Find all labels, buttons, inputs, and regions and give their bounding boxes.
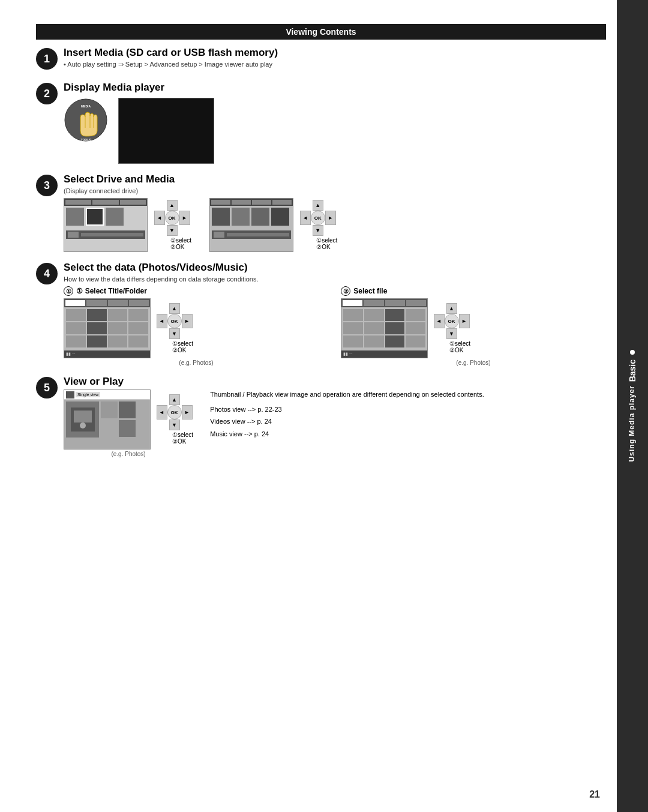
circle-1-icon: ① [64,286,73,296]
step-number-5: 5 [36,377,58,398]
step-4-screen-1: ▮▮ ··· [64,298,151,358]
step-4-screen-2: ▮▮ ··· [341,298,428,358]
step-1-subtitle: • Auto play setting ⇒ Setup > Advanced s… [64,61,606,68]
dpad-ok-3-icon[interactable]: OK [167,314,182,328]
dpad-up-4-icon[interactable]: ▲ [446,303,457,314]
dpad-ok-label-5: ②OK [172,438,193,445]
step-4-col2: ② Select file [341,286,606,366]
step-4-content: Select the data (Photos/Videos/Music) Ho… [64,262,606,366]
step-5-screen: Single view [64,389,151,450]
step-5: 5 View or Play Single view [36,376,606,457]
step-number-4: 4 [36,263,58,284]
dpad-down-icon[interactable]: ▼ [167,225,178,236]
dpad-select-label-4: ①select [449,340,470,347]
dpad-ok-4-icon[interactable]: OK [445,314,459,328]
step-3-title: Select Drive and Media [64,173,606,185]
view-tab-label: Single view [76,392,100,397]
step-2-screen [118,98,214,164]
dpad-ok-5-icon[interactable]: OK [167,405,182,420]
step-2-body: MEDIA TOOLS [64,95,606,164]
dpad-step3-right: ▲ ◄ OK ► ▼ ①select ②OK [298,200,337,250]
step-3-screen-left [64,198,148,252]
step-2: 2 Display Media player [36,82,606,164]
sidebar-dot [630,350,635,355]
dpad-ok-label-1: ②OK [170,244,191,250]
dpad-right-5-icon[interactable]: ► [182,405,193,420]
dpad-step3-left: ▲ ◄ OK ► ▼ ①select ②OK [152,200,191,250]
dpad-right-icon[interactable]: ► [179,211,190,225]
step-4-eg-2: (e.g. Photos) [341,359,606,366]
dpad-select-label-1: ①select [170,237,191,244]
dpad-left-4-icon[interactable]: ◄ [434,314,445,328]
dpad-right-2-icon[interactable]: ► [325,211,336,225]
main-content: Viewing Contents 1 Insert Media (SD card… [36,24,606,788]
svg-text:MEDIA: MEDIA [81,104,91,108]
step-2-title: Display Media player [64,82,606,94]
header-bar: Viewing Contents [36,24,606,40]
step-5-right: Thumbnail / Playback view image and oper… [205,389,606,441]
step-5-content: View or Play Single view [64,376,606,457]
page-wrapper: Basic Using Media player Viewing Content… [0,0,648,812]
step-5-caption4: Music view --> p. 24 [210,429,606,439]
page-number: 21 [589,789,600,800]
dpad-ok-label-4: ②OK [449,347,470,353]
step-3-screen-right [209,198,293,252]
dpad-ok-2-icon[interactable]: OK [311,211,325,225]
step-5-left: Single view [64,389,193,457]
sidebar-label-using: Using Media player [628,385,637,462]
header-title: Viewing Contents [286,27,356,37]
step-5-caption3: Videos view --> p. 24 [210,417,606,427]
dpad-right-3-icon[interactable]: ► [182,314,193,328]
dpad-ok-label-2: ②OK [316,244,337,250]
view-tab-icon [66,391,74,398]
step-4: 4 Select the data (Photos/Videos/Music) … [36,262,606,366]
sidebar-right: Basic Using Media player [617,0,648,812]
step-4-screen-1-footer: ▮▮ ··· [64,350,150,358]
dpad-up-3-icon[interactable]: ▲ [169,303,180,314]
dpad-up-5-icon[interactable]: ▲ [169,394,180,405]
dpad-left-2-icon[interactable]: ◄ [300,211,311,225]
dpad-down-2-icon[interactable]: ▼ [313,225,323,236]
step-2-content: Display Media player [64,82,606,164]
step-5-caption2: Photos view --> p. 22-23 [210,404,606,415]
step-4-eg-1: (e.g. Photos) [64,359,329,366]
step-number-3: 3 [36,175,58,196]
step-3: 3 Select Drive and Media (Display connec… [36,173,606,252]
dpad-select-label-3: ①select [172,340,193,347]
step-1: 1 Insert Media (SD card or USB flash mem… [36,47,606,72]
dpad-select-label-2: ①select [316,237,337,244]
step-1-content: Insert Media (SD card or USB flash memor… [64,47,606,72]
step-4-col1: ① ① Select Title/Folder [64,286,329,366]
dpad-left-5-icon[interactable]: ◄ [157,405,167,420]
sidebar-label-basic: Basic [628,359,637,382]
dpad-step5: ▲ ◄ OK ► ▼ ①select [155,394,193,445]
step-1-title: Insert Media (SD card or USB flash memor… [64,47,606,59]
dpad-down-4-icon[interactable]: ▼ [446,328,457,339]
step-3-subtitle: (Display connected drive) [64,187,606,194]
dpad-left-3-icon[interactable]: ◄ [157,314,167,328]
step-3-content: Select Drive and Media (Display connecte… [64,173,606,252]
step-5-eg: (e.g. Photos) [64,451,193,457]
step-4-screen-2-footer: ▮▮ ··· [341,350,427,358]
step-4-col2-label: ② Select file [341,286,606,296]
dpad-up-icon[interactable]: ▲ [167,200,178,211]
step-4-col1-label: ① ① Select Title/Folder [64,286,329,296]
dpad-down-3-icon[interactable]: ▼ [169,328,180,339]
step-number-2: 2 [36,83,58,104]
dpad-left-icon[interactable]: ◄ [154,211,165,225]
dpad-step4-right: ▲ ◄ OK ► ▼ ①select [433,303,470,353]
dpad-step4-left: ▲ ◄ OK ► ▼ ①select [155,303,193,353]
dpad-down-5-icon[interactable]: ▼ [169,420,180,430]
step-5-caption1: Thumbnail / Playback view image and oper… [210,389,606,400]
step-4-title: Select the data (Photos/Videos/Music) [64,262,606,274]
step-4-subtitle: How to view the data differs depending o… [64,275,606,283]
thumb-grid-right [101,401,136,438]
dpad-select-label-5: ①select [172,432,193,438]
svg-rect-7 [74,411,92,423]
dpad-up-2-icon[interactable]: ▲ [313,200,323,211]
dpad-ok-icon[interactable]: OK [165,211,179,225]
svg-point-8 [80,423,86,429]
step-number-1: 1 [36,48,58,70]
step-4-cols: ① ① Select Title/Folder [64,286,606,366]
dpad-right-4-icon[interactable]: ► [459,314,470,328]
